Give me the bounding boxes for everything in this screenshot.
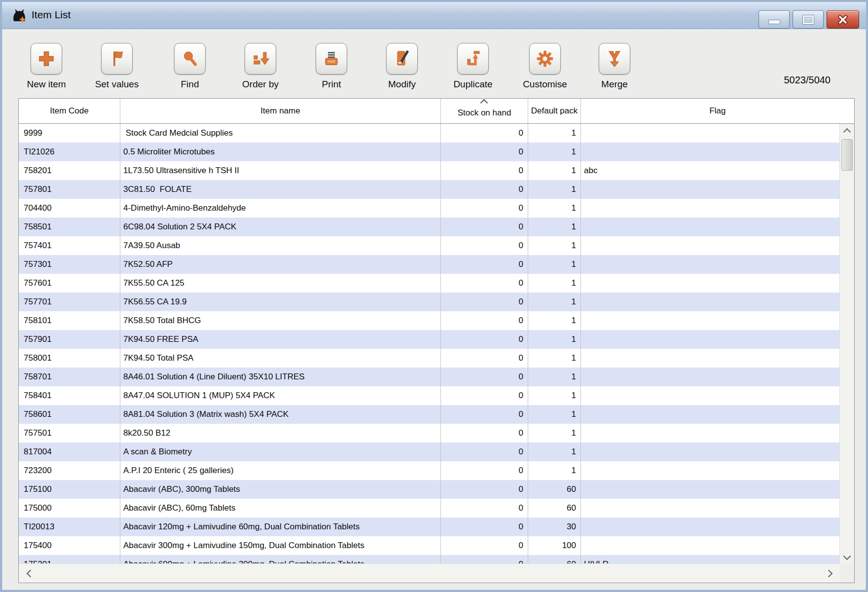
scrollbar-corner — [840, 564, 854, 583]
cell-stock: 0 — [441, 536, 528, 555]
cell-stock: 0 — [441, 161, 528, 180]
table-row[interactable]: 7574017A39.50 Ausab01 — [19, 236, 840, 255]
cell-stock: 0 — [441, 311, 528, 330]
cell-pack: 1 — [528, 293, 581, 311]
table-row[interactable]: 7575018k20.50 B1201 — [19, 424, 840, 443]
table-row[interactable]: 7584018A47.04 SOLUTION 1 (MUP) 5X4 PACK0… — [19, 386, 840, 405]
cell-name: 6C98.04 Solution 2 5X4 PACK — [120, 218, 441, 236]
column-header-item-name[interactable]: Item name — [120, 99, 441, 123]
table-header: Item Code Item name Stock on hand Defaul… — [19, 99, 854, 124]
table-row[interactable]: 7578013C81.50 FOLATE01 — [19, 180, 840, 199]
toolbar-label: Order by — [233, 79, 288, 90]
cell-code: 175100 — [19, 480, 120, 499]
table-row[interactable]: 175201Abacavir 600mg + Lamivudine 300mg,… — [19, 555, 840, 564]
cell-pack: 1 — [528, 255, 581, 274]
column-header-stock-on-hand[interactable]: Stock on hand — [441, 99, 528, 123]
duplicate-button[interactable]: Duplicate — [445, 43, 501, 90]
table-row[interactable]: 723200A.P.I 20 Enteric ( 25 galleries)01 — [19, 461, 840, 480]
table-row[interactable]: 7581017K58.50 Total BHCG01 — [19, 311, 840, 330]
cell-code: 758001 — [19, 349, 120, 368]
printer-icon — [322, 49, 341, 69]
cell-flag — [581, 349, 840, 368]
table-row[interactable]: TI210260.5 Microliter Microtubes01 — [19, 143, 840, 161]
table-row[interactable]: 175000Abacavir (ABC), 60mg Tablets060 — [19, 499, 840, 518]
cell-stock: 0 — [441, 405, 528, 424]
cell-pack: 1 — [528, 180, 581, 199]
toolbar-label: Print — [304, 79, 359, 90]
cell-name: 3C81.50 FOLATE — [120, 180, 441, 199]
cell-stock: 0 — [441, 143, 528, 161]
order-by-button[interactable]: Order by — [233, 43, 288, 90]
cell-flag: HIVLR — [581, 555, 840, 564]
table-row[interactable]: 7587018A46.01 Solution 4 (Line Diluent) … — [19, 368, 840, 386]
modify-button[interactable]: Modify — [374, 43, 430, 90]
cell-name: Abacavir 120mg + Lamivudine 60mg, Dual C… — [120, 518, 441, 536]
cell-pack: 60 — [528, 555, 581, 564]
cell-code: 757501 — [19, 424, 120, 443]
table-row[interactable]: 175100Abacavir (ABC), 300mg Tablets060 — [19, 480, 840, 499]
vertical-scrollbar[interactable] — [839, 124, 854, 564]
column-header-flag[interactable]: Flag — [581, 99, 854, 123]
chevron-up-icon — [843, 128, 851, 136]
table-row[interactable]: 7576017K55.50 CA 12501 — [19, 274, 840, 293]
column-label: Item Code — [50, 106, 88, 116]
cell-pack: 1 — [528, 143, 581, 161]
minimize-button[interactable] — [759, 10, 790, 29]
cell-pack: 1 — [528, 405, 581, 424]
print-button[interactable]: Print — [304, 43, 359, 90]
column-header-item-code[interactable]: Item Code — [19, 99, 120, 123]
scroll-up-button[interactable] — [840, 124, 854, 138]
plus-icon — [36, 49, 56, 69]
cell-flag — [581, 330, 840, 349]
close-button[interactable] — [827, 10, 859, 29]
column-header-default-pack[interactable]: Default pack — [528, 99, 581, 123]
cell-code: 175201 — [19, 555, 120, 564]
cell-code: 757801 — [19, 180, 120, 199]
set-values-button[interactable]: Set values — [89, 43, 145, 90]
vertical-scroll-thumb[interactable] — [841, 139, 853, 171]
find-button[interactable]: Find — [162, 43, 217, 90]
new-item-button[interactable]: New item — [19, 43, 74, 90]
cell-stock: 0 — [441, 218, 528, 236]
table-row[interactable]: 7580017K94.50 Total PSA01 — [19, 349, 840, 368]
table-row[interactable]: 7573017K52.50 AFP01 — [19, 255, 840, 274]
toolbar-label: Find — [162, 79, 217, 90]
cell-code: TI21026 — [19, 143, 120, 161]
cell-code: 758201 — [19, 161, 120, 180]
table-row[interactable]: 9999 Stock Card Medcial Supplies01 — [19, 124, 840, 143]
cell-pack: 1 — [528, 199, 581, 218]
table-row[interactable]: 7585016C98.04 Solution 2 5X4 PACK01 — [19, 218, 840, 236]
table-row[interactable]: 175400Abacavir 300mg + Lamivudine 150mg,… — [19, 536, 840, 555]
scroll-left-button[interactable] — [22, 564, 36, 583]
column-label: Stock on hand — [458, 108, 511, 118]
cell-pack: 1 — [528, 330, 581, 349]
cell-stock: 0 — [441, 424, 528, 443]
merge-button[interactable]: Merge — [587, 43, 642, 90]
table-row[interactable]: 7582011L73.50 Ultrasensitive h TSH II01a… — [19, 161, 840, 180]
cell-code: 757401 — [19, 236, 120, 255]
table-row[interactable]: TI20013Abacavir 120mg + Lamivudine 60mg,… — [19, 518, 840, 536]
horizontal-scrollbar[interactable] — [19, 563, 840, 583]
cell-flag — [581, 443, 840, 461]
cell-name: Abacavir 600mg + Lamivudine 300mg, Dual … — [120, 555, 441, 564]
cell-flag — [581, 143, 840, 161]
cell-flag — [581, 274, 840, 293]
cell-name: Stock Card Medcial Supplies — [120, 124, 441, 143]
cell-code: 758401 — [19, 386, 120, 405]
scroll-down-button[interactable] — [840, 550, 854, 564]
table-row[interactable]: 817004A scan & Biometry01 — [19, 443, 840, 461]
maximize-button[interactable] — [793, 10, 824, 29]
scroll-right-button[interactable] — [822, 564, 837, 583]
cell-pack: 1 — [528, 218, 581, 236]
cell-code: 9999 — [19, 124, 120, 143]
cell-stock: 0 — [441, 236, 528, 255]
cell-pack: 1 — [528, 311, 581, 330]
table-row[interactable]: 7579017K94.50 FREE PSA01 — [19, 330, 840, 349]
table-row[interactable]: 7577017K56.55 CA 19.901 — [19, 293, 840, 311]
customise-button[interactable]: Customise — [517, 43, 573, 90]
toolbar-label: Set values — [89, 79, 145, 90]
table-row[interactable]: 7586018A81.04 Solution 3 (Matrix wash) 5… — [19, 405, 840, 424]
cell-pack: 60 — [528, 499, 581, 518]
cell-name: 7K94.50 FREE PSA — [120, 330, 441, 349]
table-row[interactable]: 7044004-Dimethyl-Amino-Benzaldehyde01 — [19, 199, 840, 218]
